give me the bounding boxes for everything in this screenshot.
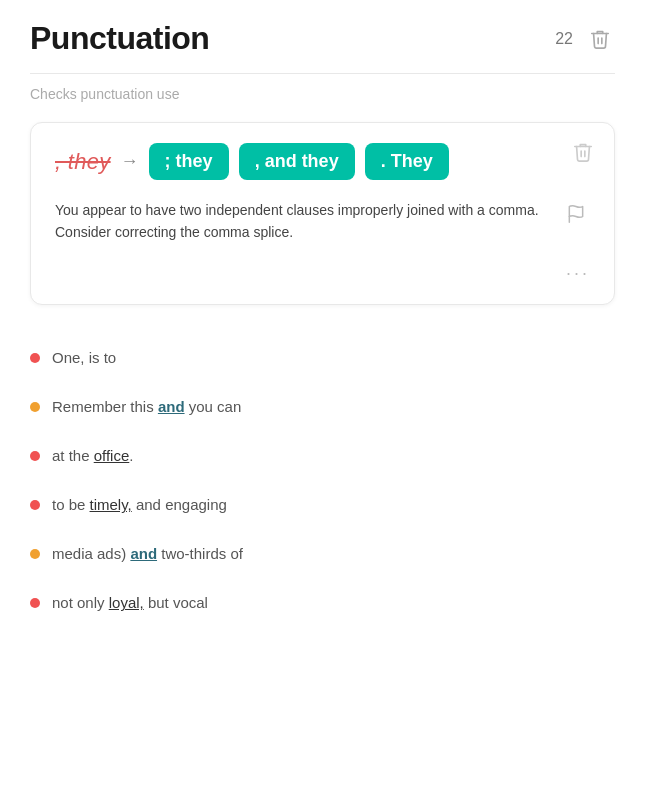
page-title: Punctuation <box>30 20 209 57</box>
list-item-text: Remember this and you can <box>52 396 241 417</box>
suggestion-chip-3[interactable]: . They <box>365 143 449 180</box>
header-right: 22 <box>555 24 615 54</box>
issues-list: One, is to Remember this and you can at … <box>30 333 615 627</box>
list-item: media ads) and two-thirds of <box>30 529 615 578</box>
list-item-text: not only loyal, but vocal <box>52 592 208 613</box>
list-item-text: media ads) and two-thirds of <box>52 543 243 564</box>
list-item: Remember this and you can <box>30 382 615 431</box>
flag-icon <box>566 204 586 224</box>
page-header: Punctuation 22 <box>30 20 615 74</box>
bullet-yellow-icon <box>30 549 40 559</box>
bullet-yellow-icon <box>30 402 40 412</box>
highlight-timely: timely, <box>90 496 132 513</box>
highlight-office: office <box>94 447 130 464</box>
list-item-text: to be timely, and engaging <box>52 494 227 515</box>
correction-row: , they → ; they , and they . They <box>55 143 590 180</box>
explanation-text: You appear to have two independent claus… <box>55 200 562 243</box>
suggestion-chip-2[interactable]: , and they <box>239 143 355 180</box>
card-trash-icon <box>572 141 594 163</box>
arrow-icon: → <box>121 151 139 172</box>
highlight-and-2: and <box>130 545 157 562</box>
bullet-red-icon <box>30 598 40 608</box>
suggestion-chip-1[interactable]: ; they <box>149 143 229 180</box>
highlight-and: and <box>158 398 185 415</box>
more-options-button[interactable]: ··· <box>566 263 590 284</box>
highlight-loyal: loyal, <box>109 594 144 611</box>
original-word: , they <box>55 149 111 175</box>
subtitle-text: Checks punctuation use <box>30 86 615 102</box>
list-item-text: at the office. <box>52 445 133 466</box>
delete-all-button[interactable] <box>585 24 615 54</box>
list-item: not only loyal, but vocal <box>30 578 615 627</box>
bullet-red-icon <box>30 500 40 510</box>
list-item: One, is to <box>30 333 615 382</box>
card-bottom-actions: ··· <box>55 263 590 284</box>
flag-button[interactable] <box>562 200 590 231</box>
issue-count: 22 <box>555 30 573 48</box>
correction-card: , they → ; they , and they . They You ap… <box>30 122 615 305</box>
trash-icon <box>589 28 611 50</box>
card-delete-button[interactable] <box>568 137 598 167</box>
list-item: at the office. <box>30 431 615 480</box>
bullet-red-icon <box>30 451 40 461</box>
list-item-text: One, is to <box>52 347 116 368</box>
list-item: to be timely, and engaging <box>30 480 615 529</box>
bullet-red-icon <box>30 353 40 363</box>
